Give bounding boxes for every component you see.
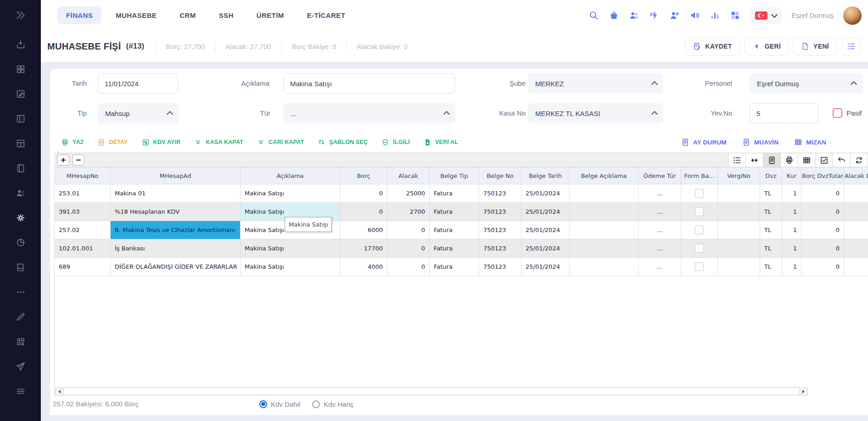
- column-header-odeme_tur[interactable]: Ödeme Tür: [638, 167, 681, 184]
- tur-select[interactable]: ...: [283, 103, 455, 123]
- sidebar-item-reports[interactable]: [16, 238, 26, 248]
- tarih-input[interactable]: 11/01/2024: [98, 73, 178, 94]
- cell-kur[interactable]: 1: [782, 239, 801, 258]
- print-grid-button[interactable]: [781, 153, 798, 167]
- cell-belge_tarih[interactable]: 25/01/2024: [521, 221, 570, 239]
- cell-alacak_dvztutar[interactable]: [844, 203, 868, 221]
- sidebar-item-dashboard[interactable]: [16, 64, 26, 74]
- cell-mhesapad[interactable]: Makina 01: [111, 184, 241, 203]
- action-veri-al[interactable]: VERİ AL: [424, 138, 458, 146]
- cell-odeme_tur[interactable]: ...: [638, 258, 681, 276]
- sidebar-item-notebook[interactable]: [16, 163, 26, 173]
- sidebar-item-menu[interactable]: [16, 386, 26, 396]
- nav-item-fi-nans[interactable]: FİNANS: [57, 6, 101, 24]
- cell-kur[interactable]: 1: [782, 258, 801, 276]
- cell-kur[interactable]: 1: [782, 184, 801, 203]
- cell-mhesapno[interactable]: 689: [55, 258, 111, 276]
- cell-kur[interactable]: 1: [782, 221, 801, 239]
- cell-mhesapno[interactable]: 391.03: [55, 203, 111, 221]
- cell-dvz[interactable]: TL: [760, 203, 782, 221]
- cell-mhesapad[interactable]: DİĞER OLAĞANDIŞI GİDER VE ZARARLAR: [111, 258, 241, 276]
- quick-actions-button[interactable]: [649, 10, 660, 21]
- cell-aciklama[interactable]: Makina Satışı: [241, 258, 340, 276]
- cell-alacak_dvztutar[interactable]: [844, 239, 868, 258]
- action-detay[interactable]: DETAY: [97, 138, 128, 146]
- cell-alacak_dvztutar[interactable]: [844, 258, 868, 276]
- action-ablon-se[interactable]: ŞABLON SEÇ: [318, 138, 368, 146]
- column-header-mhesapno[interactable]: MHesapNo: [55, 167, 111, 184]
- column-header-borc[interactable]: Borç: [340, 167, 387, 184]
- cell-borc[interactable]: 6000: [340, 221, 387, 239]
- cell-belge_aciklama[interactable]: [570, 184, 638, 203]
- sidebar-item-shapes[interactable]: [16, 337, 26, 347]
- cell-aciklama[interactable]: Makina Satışı: [241, 239, 340, 258]
- cell-borc_dvztutar[interactable]: 0: [801, 258, 844, 276]
- formba-checkbox[interactable]: [695, 262, 704, 271]
- cell-belge_tarih[interactable]: 25/01/2024: [521, 239, 570, 258]
- cell-vergino[interactable]: [718, 258, 760, 276]
- cell-alacak[interactable]: 2700: [387, 203, 430, 221]
- row-list-button[interactable]: [841, 37, 861, 55]
- radio-kdv-hari[interactable]: Kdv Hariç: [312, 400, 353, 408]
- column-header-vergino[interactable]: VergiNo: [718, 167, 760, 184]
- column-header-alacak_dvztutar[interactable]: Alacak DvzTutar: [844, 167, 868, 184]
- column-header-belge_no[interactable]: Belge No: [479, 167, 521, 184]
- cell-odeme_tur[interactable]: ...: [638, 184, 681, 203]
- cell-belge_tip[interactable]: Fatura: [430, 184, 479, 203]
- cell-alacak[interactable]: 0: [387, 258, 430, 276]
- cell-dvz[interactable]: TL: [760, 221, 782, 239]
- cell-kur[interactable]: 1: [782, 203, 801, 221]
- cell-odeme_tur[interactable]: ...: [638, 221, 681, 239]
- cell-borc_dvztutar[interactable]: 0: [801, 184, 844, 203]
- user-add-button[interactable]: [669, 10, 680, 21]
- personel-select[interactable]: Eşref Durmuş: [750, 73, 862, 94]
- cell-belge_aciklama[interactable]: [570, 239, 638, 258]
- sidebar-item-pencil[interactable]: [16, 312, 26, 322]
- nav-item-e-ti-caret[interactable]: E-TİCARET: [298, 6, 354, 24]
- kasa-no-select[interactable]: MERKEZ TL KASASI: [528, 103, 663, 123]
- cell-belge_aciklama[interactable]: [570, 258, 638, 276]
- sidebar-item-team[interactable]: [16, 188, 26, 198]
- cell-alacak_dvztutar[interactable]: [844, 184, 868, 203]
- cell-mhesapno[interactable]: 257.02: [55, 221, 111, 239]
- horizontal-scrollbar[interactable]: [55, 388, 808, 395]
- cell-vergino[interactable]: [718, 203, 760, 221]
- column-header-alacak[interactable]: Alacak: [387, 167, 430, 184]
- search-button[interactable]: [588, 10, 599, 21]
- cell-belge_aciklama[interactable]: [570, 203, 638, 221]
- kaydet-button[interactable]: KAYDET: [685, 37, 740, 55]
- cell-borc[interactable]: 0: [340, 184, 387, 203]
- cell-belge_tip[interactable]: Fatura: [430, 258, 479, 276]
- export-document-button[interactable]: [763, 153, 781, 167]
- scroll-left-arrow[interactable]: [56, 388, 63, 395]
- action-kasa-kapat[interactable]: KASA KAPAT: [194, 138, 243, 146]
- cell-mhesapno[interactable]: 102.01.001: [55, 239, 111, 258]
- cell-form_ba[interactable]: [681, 184, 718, 203]
- cell-mhesapad[interactable]: İş Bankası: [111, 239, 241, 258]
- column-header-kur[interactable]: Kur: [782, 167, 801, 184]
- cell-belge_tip[interactable]: Fatura: [430, 239, 479, 258]
- column-header-borc_dvztutar[interactable]: Borç DvzTutar: [801, 167, 844, 184]
- cell-dvz[interactable]: TL: [760, 258, 782, 276]
- nav-item-ssh[interactable]: SSH: [210, 6, 242, 24]
- cell-aciklama[interactable]: Makina Satışı: [241, 184, 340, 203]
- cell-borc_dvztutar[interactable]: 0: [801, 203, 844, 221]
- geri-button[interactable]: GERİ: [745, 37, 789, 55]
- apps-button[interactable]: [730, 10, 740, 21]
- row-list-button[interactable]: [728, 153, 746, 167]
- cell-belge_no[interactable]: 750123: [479, 239, 521, 258]
- cell-borc[interactable]: 4000: [340, 258, 387, 276]
- cell-vergino[interactable]: [718, 184, 760, 203]
- nav-item-muhasebe[interactable]: MUHASEBE: [107, 6, 165, 24]
- cell-belge_tip[interactable]: Fatura: [430, 221, 479, 239]
- cell-odeme_tur[interactable]: ...: [638, 239, 681, 258]
- cell-form_ba[interactable]: [681, 203, 718, 221]
- sidebar-item-import[interactable]: [16, 39, 26, 50]
- nav-item-crm[interactable]: CRM: [171, 6, 204, 24]
- sidebar-item-layout[interactable]: [16, 138, 26, 149]
- basket-button[interactable]: [609, 10, 619, 21]
- tip-select[interactable]: Mahsup: [98, 103, 179, 123]
- cell-borc[interactable]: 17700: [340, 239, 387, 258]
- formba-checkbox[interactable]: [695, 207, 704, 216]
- yev-no-input[interactable]: 5: [750, 103, 818, 123]
